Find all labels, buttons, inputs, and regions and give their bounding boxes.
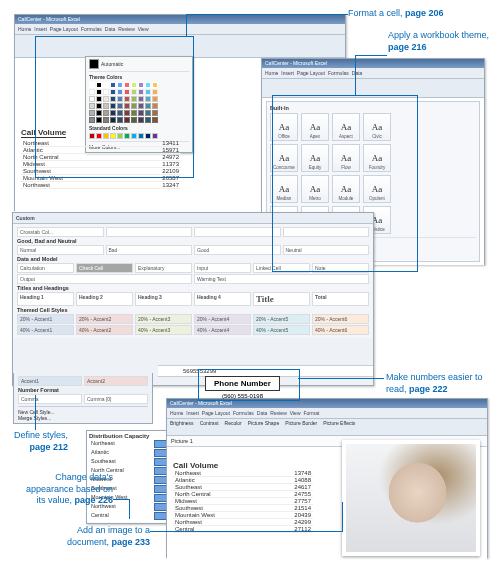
callout-page: page 233 (111, 537, 150, 547)
style-tile[interactable]: Bad (106, 245, 193, 255)
phone-number-box: Phone Number (560) 555-0198 (205, 372, 280, 399)
style-tile[interactable]: 40% - Accent5 (253, 325, 310, 335)
ribbon-tab[interactable]: Insert (186, 410, 199, 416)
section-dm: Data and Model (17, 256, 369, 262)
ribbon-tab[interactable]: Page Layout (202, 410, 230, 416)
style-tile[interactable]: 40% - Accent6 (312, 325, 369, 335)
table-title: Call Volume (173, 461, 313, 470)
table-row: North Central24972 (21, 154, 181, 161)
style-tile[interactable]: Linked Cell (253, 263, 310, 273)
style-tile[interactable]: Note (312, 263, 369, 273)
style-tile[interactable]: 20% - Accent2 (76, 314, 133, 324)
ribbon-tab[interactable]: Format (304, 410, 320, 416)
style-tile[interactable]: 20% - Accent5 (253, 314, 310, 324)
ribbon-tab[interactable]: View (138, 26, 149, 32)
region-cell: Northeast (23, 140, 49, 146)
style-tile[interactable]: Title (253, 292, 310, 306)
style-tile[interactable]: Accent1 (18, 376, 82, 386)
style-tile[interactable] (283, 227, 370, 237)
region-cell: Mountain West (23, 175, 63, 181)
value-cell: 13247 (162, 182, 179, 188)
automatic-icon (89, 59, 99, 69)
ribbon-group-label: Picture Shape (248, 420, 279, 434)
region-cell: Southeast (91, 457, 116, 465)
region-cell: North Central (175, 491, 211, 497)
ribbon-tab[interactable]: Formulas (328, 70, 349, 76)
style-tile[interactable]: Heading 3 (135, 292, 192, 306)
theme-tile[interactable]: Module (332, 175, 360, 203)
ribbon-tab[interactable]: Insert (281, 70, 294, 76)
window-title: CallCenter - Microsoft Excel (262, 59, 484, 68)
leader-line (355, 55, 387, 56)
style-tile[interactable]: Output (17, 274, 192, 284)
ribbon-tab[interactable]: Review (270, 410, 286, 416)
table-title: Call Volume (21, 128, 66, 138)
theme-tile[interactable]: Concourse (270, 144, 298, 172)
theme-tile[interactable]: Opulent (363, 175, 391, 203)
style-tile[interactable]: Neutral (283, 245, 370, 255)
style-tile[interactable]: 20% - Accent6 (312, 314, 369, 324)
ribbon-tabs: HomeInsertPage LayoutFormulasData (262, 68, 484, 79)
style-tile[interactable]: 20% - Accent1 (17, 314, 74, 324)
region-cell: Southwest (175, 505, 203, 511)
table-row: Atlantic14088 (173, 477, 313, 484)
ribbon-tab[interactable]: Formulas (81, 26, 102, 32)
ribbon-tab[interactable]: Data (105, 26, 116, 32)
ribbon-tab[interactable]: Page Layout (297, 70, 325, 76)
theme-color-swatches[interactable] (89, 82, 189, 123)
ribbon-tab[interactable]: Insert (34, 26, 47, 32)
region-cell: Northwest (175, 519, 202, 525)
style-tile[interactable]: Heading 1 (17, 292, 74, 306)
value-cell: 20439 (294, 512, 311, 518)
style-tile[interactable]: Comma (18, 394, 82, 404)
style-tile[interactable]: 20% - Accent3 (135, 314, 192, 324)
ribbon-tab[interactable]: Data (257, 410, 268, 416)
style-tile[interactable]: Crosstab Col... (17, 227, 104, 237)
theme-tile[interactable]: Civic (363, 113, 391, 141)
style-tile[interactable]: Total (312, 292, 369, 306)
ribbon-tab[interactable]: Data (352, 70, 363, 76)
ribbon-group-label: Picture Border (285, 420, 317, 434)
style-tile[interactable]: 40% - Accent3 (135, 325, 192, 335)
style-tile[interactable]: Heading 2 (76, 292, 133, 306)
ribbon-tab[interactable]: View (290, 410, 301, 416)
style-tile[interactable]: Input (194, 263, 251, 273)
style-tile[interactable] (194, 227, 281, 237)
theme-tile[interactable]: Office (270, 113, 298, 141)
merge-styles-item[interactable]: Merge Styles... (18, 415, 148, 421)
style-tile[interactable]: 40% - Accent4 (194, 325, 251, 335)
style-tile[interactable]: Explanatory (135, 263, 192, 273)
theme-tile[interactable]: Median (270, 175, 298, 203)
style-tile[interactable]: 40% - Accent2 (76, 325, 133, 335)
ribbon-tab[interactable]: Review (118, 26, 134, 32)
style-tile[interactable]: Check Cell (76, 263, 133, 273)
region-cell: Atlantic (91, 448, 109, 456)
theme-tile[interactable]: Apex (301, 113, 329, 141)
theme-tile[interactable]: Foundry (363, 144, 391, 172)
style-tile[interactable]: Calculation (17, 263, 74, 273)
style-tile[interactable]: Normal (17, 245, 104, 255)
theme-tile[interactable]: Metro (301, 175, 329, 203)
style-tile[interactable]: Accent2 (84, 376, 148, 386)
new-cell-style-item[interactable]: New Cell Style... (18, 406, 148, 415)
table-row: Mountain West20587 (21, 175, 181, 182)
ribbon-tab[interactable]: Page Layout (50, 26, 78, 32)
style-tile[interactable]: Comma [0] (84, 394, 148, 404)
theme-tile[interactable]: Flow (332, 144, 360, 172)
ribbon-tab[interactable]: Home (170, 410, 183, 416)
ribbon-tab[interactable]: Home (18, 26, 31, 32)
style-tile[interactable]: 20% - Accent4 (194, 314, 251, 324)
value-cell: 13411 (162, 140, 179, 146)
style-tile[interactable]: Heading 4 (194, 292, 251, 306)
table-row: Midwest11373 (21, 161, 181, 168)
ribbon-tab[interactable]: Formulas (233, 410, 254, 416)
style-tile[interactable] (106, 227, 193, 237)
theme-tile[interactable]: Equity (301, 144, 329, 172)
style-tile[interactable]: Good (194, 245, 281, 255)
phone-value: (560) 555-0198 (205, 393, 280, 399)
ribbon-tab[interactable]: Home (265, 70, 278, 76)
style-tile[interactable]: Warning Text (194, 274, 369, 284)
theme-tile[interactable]: Aspect (332, 113, 360, 141)
style-tile[interactable]: 40% - Accent1 (17, 325, 74, 335)
inserted-photo[interactable] (342, 440, 480, 556)
